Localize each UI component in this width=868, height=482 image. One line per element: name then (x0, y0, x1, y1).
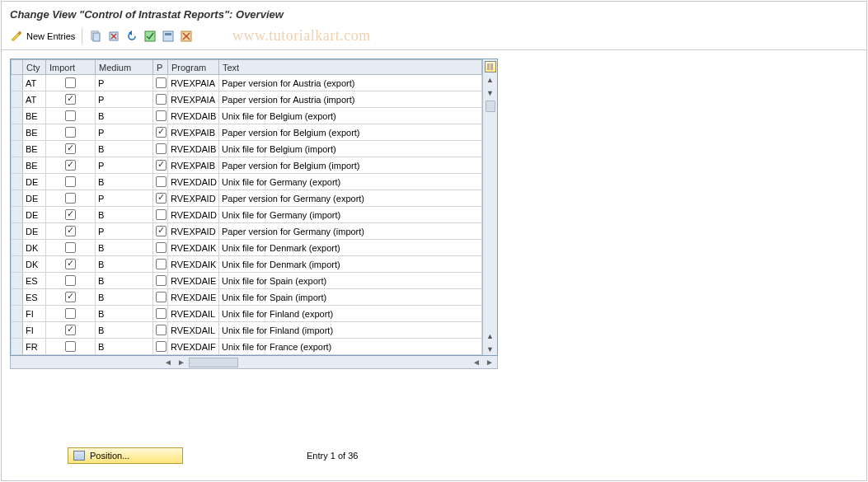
cell-medium[interactable]: P (96, 223, 153, 240)
cell-text[interactable]: Unix file for Denmark (export) (219, 240, 482, 256)
cell-cty[interactable]: DE (23, 223, 46, 240)
table-row[interactable]: DKBRVEXDAIKUnix file for Denmark (export… (12, 240, 482, 256)
cell-text[interactable]: Paper version for Belgium (import) (219, 157, 482, 174)
column-header-program[interactable]: Program (168, 60, 219, 75)
import-checkbox[interactable] (65, 77, 76, 88)
cell-import[interactable] (46, 108, 96, 124)
cell-p[interactable] (153, 75, 168, 91)
table-row[interactable]: DEBRVEXDAIDUnix file for Germany (export… (12, 174, 482, 190)
delete-icon[interactable] (106, 28, 122, 44)
cell-import[interactable] (46, 306, 96, 322)
cell-p[interactable] (153, 223, 168, 240)
import-checkbox[interactable] (65, 143, 76, 154)
table-row[interactable]: FRBRVEXDAIFUnix file for France (export) (12, 339, 482, 355)
cell-text[interactable]: Unix file for Germany (import) (219, 207, 482, 223)
import-checkbox[interactable] (65, 275, 76, 286)
cell-program[interactable]: RVEXPAIB (168, 124, 219, 141)
cell-medium[interactable]: B (96, 322, 153, 339)
table-row[interactable]: FIBRVEXDAILUnix file for Finland (import… (12, 322, 482, 339)
cell-cty[interactable]: FR (23, 339, 46, 355)
cell-import[interactable] (46, 91, 96, 108)
cell-text[interactable]: Unix file for Germany (export) (219, 174, 482, 190)
p-checkbox[interactable] (156, 308, 167, 319)
cell-cty[interactable]: FI (23, 322, 46, 339)
cell-p[interactable] (153, 207, 168, 223)
row-handle[interactable] (12, 322, 23, 339)
row-handle[interactable] (12, 141, 23, 157)
cell-medium[interactable]: B (96, 289, 153, 306)
cell-p[interactable] (153, 256, 168, 273)
import-checkbox[interactable] (65, 325, 76, 335)
new-entries-button[interactable]: New Entries (26, 28, 82, 44)
cell-cty[interactable]: BE (23, 124, 46, 141)
cell-p[interactable] (153, 339, 168, 355)
import-checkbox[interactable] (65, 176, 76, 187)
import-checkbox[interactable] (65, 94, 76, 105)
row-handle[interactable] (12, 91, 23, 108)
configure-columns-icon[interactable] (485, 61, 496, 73)
row-handle[interactable] (12, 223, 23, 240)
cell-text[interactable]: Unix file for Belgium (export) (219, 108, 482, 124)
hscroll-right-step-icon[interactable]: ► (176, 358, 187, 367)
vertical-scroll-thumb[interactable] (486, 101, 495, 112)
cell-import[interactable] (46, 207, 96, 223)
cell-cty[interactable]: DK (23, 256, 46, 273)
cell-medium[interactable]: B (96, 141, 153, 157)
table-row[interactable]: FIBRVEXDAILUnix file for Finland (export… (12, 306, 482, 322)
table-row[interactable]: ESBRVEXDAIEUnix file for Spain (import) (12, 289, 482, 306)
cell-import[interactable] (46, 124, 96, 141)
p-checkbox[interactable] (156, 292, 167, 302)
row-handle[interactable] (12, 108, 23, 124)
row-handle[interactable] (12, 289, 23, 306)
cell-import[interactable] (46, 174, 96, 190)
cell-medium[interactable]: B (96, 207, 153, 223)
cell-text[interactable]: Paper version for Germany (export) (219, 190, 482, 207)
cell-program[interactable]: RVEXDAIL (168, 306, 219, 322)
cell-program[interactable]: RVEXPAIA (168, 75, 219, 91)
cell-text[interactable]: Unix file for France (export) (219, 339, 482, 355)
scroll-up-icon[interactable]: ▲ (485, 74, 496, 86)
import-checkbox[interactable] (65, 193, 76, 204)
p-checkbox[interactable] (156, 259, 167, 269)
cell-program[interactable]: RVEXDAID (168, 207, 219, 223)
cell-program[interactable]: RVEXPAIA (168, 91, 219, 108)
table-row[interactable]: ATPRVEXPAIAPaper version for Austria (ex… (12, 75, 482, 91)
p-checkbox[interactable] (156, 110, 167, 121)
select-all-icon[interactable] (142, 28, 158, 44)
hscroll-left-end-icon[interactable]: ◄ (471, 358, 482, 367)
hscroll-left-icon[interactable]: ◄ (162, 358, 174, 367)
cell-program[interactable]: RVEXDAIL (168, 322, 219, 339)
cell-medium[interactable]: B (96, 306, 153, 322)
cell-p[interactable] (153, 91, 168, 108)
cell-medium[interactable]: B (96, 273, 153, 289)
cell-text[interactable]: Unix file for Spain (export) (219, 273, 482, 289)
p-checkbox[interactable] (156, 226, 167, 236)
cell-cty[interactable]: DE (23, 174, 46, 190)
cell-cty[interactable]: ES (23, 289, 46, 306)
column-header-handle[interactable] (12, 60, 23, 75)
p-checkbox[interactable] (156, 77, 167, 88)
cell-p[interactable] (153, 273, 168, 289)
cell-p[interactable] (153, 322, 168, 339)
toggle-display-change-icon[interactable] (8, 28, 25, 44)
cell-program[interactable]: RVEXPAID (168, 190, 219, 207)
p-checkbox[interactable] (156, 325, 167, 335)
position-button[interactable]: Position... (68, 447, 183, 464)
cell-cty[interactable]: AT (23, 91, 46, 108)
cell-p[interactable] (153, 289, 168, 306)
cell-medium[interactable]: P (96, 124, 153, 141)
cell-import[interactable] (46, 240, 96, 256)
cell-p[interactable] (153, 190, 168, 207)
cell-p[interactable] (153, 141, 168, 157)
cell-import[interactable] (46, 273, 96, 289)
cell-medium[interactable]: P (96, 91, 153, 108)
cell-text[interactable]: Unix file for Finland (import) (219, 322, 482, 339)
p-checkbox[interactable] (156, 242, 167, 253)
scroll-down-icon[interactable]: ▼ (485, 344, 496, 355)
row-handle[interactable] (12, 207, 23, 223)
table-row[interactable]: DEBRVEXDAIDUnix file for Germany (import… (12, 207, 482, 223)
cell-cty[interactable]: BE (23, 157, 46, 174)
row-handle[interactable] (12, 273, 23, 289)
cell-text[interactable]: Paper version for Austria (import) (219, 91, 482, 108)
table-row[interactable]: DKBRVEXDAIKUnix file for Denmark (import… (12, 256, 482, 273)
